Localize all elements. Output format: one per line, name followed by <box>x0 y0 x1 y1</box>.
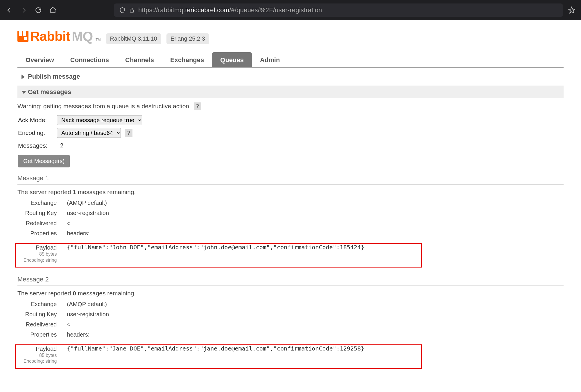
logo-text-b: MQ <box>72 28 93 44</box>
payload-encoding: Encoding: string <box>17 257 57 263</box>
payload-code: {"fullName":"John DOE","emailAddress":"j… <box>67 244 365 251</box>
browser-chrome: https://rabbitmq.tericcabrel.com/#/queue… <box>0 0 581 20</box>
message-title: Message 1 <box>17 173 564 185</box>
tab-queues[interactable]: Queues <box>212 52 252 67</box>
messages-input[interactable] <box>57 141 141 150</box>
bookmark-star-icon[interactable] <box>566 4 578 16</box>
message-block-2: Message 2 The server reported 0 messages… <box>17 274 564 370</box>
row-payload-value: {"fullName":"John DOE","emailAddress":"j… <box>61 239 410 269</box>
tab-connections[interactable]: Connections <box>62 52 117 67</box>
encoding-label: Encoding: <box>18 129 53 136</box>
row-exchange-label: Exchange <box>17 299 61 309</box>
row-payload-value: {"fullName":"Jane DOE","emailAddress":"j… <box>61 340 410 370</box>
row-properties-value: headers: <box>61 228 410 239</box>
url-text: https://rabbitmq.tericcabrel.com/#/queue… <box>138 6 322 14</box>
get-messages-button[interactable]: Get Message(s) <box>18 155 70 167</box>
logo-text-a: Rabbit <box>30 28 70 44</box>
row-exchange-value: (AMQP default) <box>61 299 410 309</box>
payload-encoding: Encoding: string <box>17 358 57 364</box>
encoding-select[interactable]: Auto string / base64 <box>57 128 121 138</box>
logo-tm: TM <box>96 38 101 44</box>
row-properties-label: Properties <box>17 228 61 239</box>
section-get-header[interactable]: Get messages <box>17 86 564 98</box>
shield-icon <box>119 7 125 13</box>
erlang-badge: Erlang 25.2.3 <box>166 33 209 44</box>
row-routing-value: user-registration <box>61 309 410 319</box>
payload-bytes: 85 bytes <box>17 251 57 257</box>
url-bar[interactable]: https://rabbitmq.tericcabrel.com/#/queue… <box>114 3 563 17</box>
message-remaining: The server reported 0 messages remaining… <box>17 286 564 299</box>
help-icon[interactable]: ? <box>125 129 132 137</box>
row-redelivered-value: ○ <box>61 218 410 228</box>
message-title: Message 2 <box>17 274 564 286</box>
rabbitmq-logo-icon <box>17 31 28 42</box>
reload-icon[interactable] <box>33 4 44 16</box>
row-properties-value: headers: <box>61 330 410 340</box>
back-icon[interactable] <box>3 4 15 16</box>
row-exchange-value: (AMQP default) <box>61 198 410 208</box>
message-table: Exchange (AMQP default) Routing Key user… <box>17 299 410 370</box>
tab-admin[interactable]: Admin <box>252 52 288 67</box>
messages-label: Messages: <box>18 142 53 149</box>
section-get: Get messages <box>17 86 564 98</box>
row-redelivered-value: ○ <box>61 319 410 330</box>
get-warning-row: Warning: getting messages from a queue i… <box>17 102 564 110</box>
ack-mode-select[interactable]: Nack message requeue true <box>57 115 142 125</box>
rabbitmq-logo: RabbitMQ TM <box>17 28 101 44</box>
tab-exchanges[interactable]: Exchanges <box>162 52 212 67</box>
payload-code: {"fullName":"Jane DOE","emailAddress":"j… <box>67 345 365 352</box>
message-block-1: Message 1 The server reported 1 messages… <box>17 173 564 269</box>
section-publish-title: Publish message <box>28 73 80 80</box>
row-routing-label: Routing Key <box>17 309 61 319</box>
row-routing-value: user-registration <box>61 208 410 218</box>
lock-icon <box>129 7 135 13</box>
row-redelivered-label: Redelivered <box>17 218 61 228</box>
row-payload-label: Payload 85 bytes Encoding: string <box>17 340 61 370</box>
get-warning-text: Warning: getting messages from a queue i… <box>17 103 191 110</box>
tab-channels[interactable]: Channels <box>117 52 162 67</box>
header-bar: RabbitMQ TM RabbitMQ 3.11.10 Erlang 25.2… <box>17 28 564 44</box>
tab-overview[interactable]: Overview <box>17 52 62 67</box>
get-form: Ack Mode: Nack message requeue true Enco… <box>18 115 564 167</box>
home-icon[interactable] <box>47 4 59 16</box>
section-publish: Publish message <box>17 71 564 83</box>
chevron-down-icon <box>21 91 26 94</box>
message-remaining: The server reported 1 messages remaining… <box>17 185 564 198</box>
forward-icon[interactable] <box>18 4 30 16</box>
section-get-title: Get messages <box>28 88 71 95</box>
row-payload-label: Payload 85 bytes Encoding: string <box>17 239 61 269</box>
help-icon[interactable]: ? <box>194 102 201 110</box>
row-routing-label: Routing Key <box>17 208 61 218</box>
main-nav: Overview Connections Channels Exchanges … <box>17 52 564 68</box>
message-table: Exchange (AMQP default) Routing Key user… <box>17 198 410 269</box>
row-properties-label: Properties <box>17 330 61 340</box>
payload-bytes: 85 bytes <box>17 353 57 359</box>
svg-rect-0 <box>130 10 134 12</box>
version-badge: RabbitMQ 3.11.10 <box>106 33 161 44</box>
row-redelivered-label: Redelivered <box>17 319 61 330</box>
section-publish-header[interactable]: Publish message <box>17 71 564 83</box>
row-exchange-label: Exchange <box>17 198 61 208</box>
ack-mode-label: Ack Mode: <box>18 117 53 124</box>
chevron-right-icon <box>21 75 25 79</box>
